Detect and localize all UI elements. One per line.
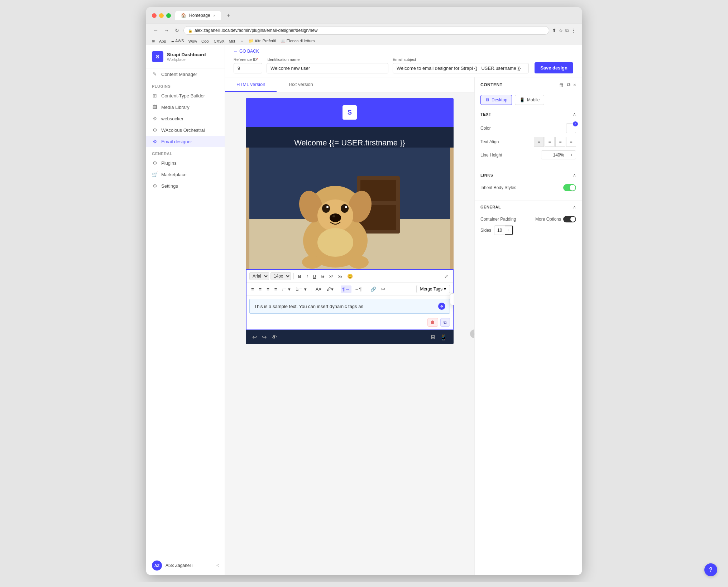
tab-desktop[interactable]: 🖥 Desktop	[480, 95, 512, 105]
tab-html-version[interactable]: HTML version	[225, 77, 277, 92]
subscript-btn[interactable]: x₂	[336, 273, 344, 280]
font-size-select[interactable]: 14px	[270, 272, 291, 280]
line-height-increase-btn[interactable]: +	[567, 151, 576, 159]
sidebar-item-wacolous[interactable]: ⚙ WAcolous Orchestral	[146, 124, 225, 136]
sides-increase-btn[interactable]: +	[505, 226, 513, 235]
text-section-header[interactable]: TEXT ∧	[475, 108, 582, 120]
new-tab-btn[interactable]: +	[227, 13, 230, 18]
general-section-header[interactable]: GENERAL ∧	[475, 201, 582, 213]
align-right-btn[interactable]: ≡	[555, 137, 565, 147]
color-clear-btn[interactable]: ×	[573, 121, 578, 126]
sidebar-item-settings[interactable]: ⚙ Settings	[146, 180, 225, 192]
bold-btn[interactable]: B	[296, 273, 303, 280]
reference-id-input[interactable]	[234, 63, 262, 73]
link-btn[interactable]: 🔗	[369, 285, 378, 293]
bookmark-icon[interactable]: ☆	[559, 28, 563, 34]
sidebar-item-email-designer[interactable]: ⚙ Email designer	[146, 136, 225, 147]
sidebar-item-content-type-builder[interactable]: ⊞ Content-Type Builder	[146, 90, 225, 101]
copy-block-btn[interactable]: ⧉	[440, 318, 450, 327]
bookmark-aws[interactable]: ☁ AWS	[171, 39, 184, 43]
merge-tags-user-item[interactable]: User › Email First Name Last Name	[450, 294, 454, 305]
align-center-btn[interactable]: ≡	[257, 285, 264, 293]
sidebar-item-marketplace[interactable]: 🛒 Marketplace	[146, 169, 225, 180]
tab-title: Homepage	[189, 13, 210, 18]
rtl-btn[interactable]: ¶→	[341, 285, 351, 293]
back-nav-btn[interactable]: ←	[152, 27, 160, 34]
delete-block-btn[interactable]: 🗑	[427, 318, 438, 327]
svg-point-24	[317, 228, 353, 257]
menu-icon[interactable]: ⋮	[571, 28, 576, 34]
inherit-body-toggle[interactable]	[563, 184, 576, 191]
help-button[interactable]: ?	[704, 563, 717, 576]
bookmark-wow[interactable]: Wow	[188, 39, 197, 43]
apps-icon[interactable]: ⊞	[152, 39, 155, 43]
font-family-select[interactable]: Arial	[249, 272, 269, 280]
sidebar-item-content-manager[interactable]: ✎ Content Manager	[146, 68, 225, 80]
share-icon[interactable]: ⬆	[552, 28, 556, 34]
sidebar-toggle-btn[interactable]: <	[216, 563, 219, 568]
superscript-btn[interactable]: x²	[327, 273, 335, 280]
url-bar[interactable]: 🔒 alex.zaganelli.localdev/admin/plugins/…	[183, 26, 549, 35]
merge-tags-btn[interactable]: Merge Tags ▾	[416, 285, 450, 293]
strikethrough-btn[interactable]: S	[319, 273, 326, 280]
desktop-view-btn[interactable]: 🖥	[429, 333, 436, 341]
extensions-icon[interactable]: ⧉	[565, 28, 569, 34]
ordered-list-btn[interactable]: 1≔ ▾	[294, 285, 308, 293]
tab-mobile[interactable]: 📱 Mobile	[515, 95, 544, 105]
fullscreen-btn[interactable]: ⤢	[442, 273, 450, 280]
tab-close-btn[interactable]: ×	[213, 13, 215, 18]
bookmark-app[interactable]: App	[159, 39, 166, 43]
text-color-btn[interactable]: A▾	[314, 285, 323, 293]
panel-copy-btn[interactable]: ⧉	[567, 82, 570, 88]
close-button[interactable]	[152, 13, 157, 18]
container-padding-toggle[interactable]	[563, 216, 576, 222]
save-design-button[interactable]: Save design	[535, 62, 573, 73]
underline-btn[interactable]: U	[311, 273, 318, 280]
line-height-label: Line Height	[480, 153, 502, 158]
align-center-btn[interactable]: ≡	[545, 137, 555, 147]
sidebar-item-media-library[interactable]: 🖼 Media Library	[146, 101, 225, 113]
tab-text-version[interactable]: Text version	[277, 77, 324, 92]
back-button[interactable]: ← GO BACK	[234, 49, 573, 54]
bookmark-cxsx[interactable]: CXSX	[214, 39, 225, 43]
undo-btn[interactable]: ↩	[252, 333, 258, 341]
mobile-label: Mobile	[527, 97, 540, 102]
reload-btn[interactable]: ↻	[173, 27, 181, 34]
minimize-button[interactable]	[159, 13, 164, 18]
email-subject-input[interactable]	[393, 63, 529, 73]
emoji-btn[interactable]: 😊	[345, 273, 355, 280]
panel-close-btn[interactable]: ×	[573, 82, 576, 88]
drag-handle[interactable]: ✥	[438, 303, 445, 310]
sidebar-footer[interactable]: AZ Al3x Zaganelli <	[146, 556, 225, 575]
bullet-list-btn[interactable]: ≔ ▾	[280, 285, 292, 293]
unlink-btn[interactable]: ✂	[379, 285, 387, 293]
color-swatch[interactable]: ×	[566, 123, 576, 133]
highlight-btn[interactable]: 🖊▾	[325, 285, 335, 293]
sidebar-item-websocker[interactable]: ⚙ websocker	[146, 113, 225, 124]
bookmark-mkt[interactable]: Mkt	[229, 39, 235, 43]
email-image	[246, 148, 454, 269]
bookmark-altri[interactable]: 📁 Altri Preferiti	[249, 39, 276, 43]
browser-tab[interactable]: 🏠 Homepage ×	[175, 11, 221, 20]
align-justify-btn[interactable]: ≡	[273, 285, 279, 293]
sidebar-item-plugins[interactable]: ⚙ Plugins	[146, 157, 225, 169]
align-left-btn[interactable]: ≡	[534, 137, 544, 147]
redo-btn[interactable]: ↪	[261, 333, 267, 341]
bookmark-cool[interactable]: Cool	[201, 39, 210, 43]
panel-delete-btn[interactable]: 🗑	[559, 82, 564, 88]
canvas-resize-handle[interactable]: ›	[470, 329, 474, 338]
preview-btn[interactable]: 👁	[271, 333, 278, 341]
bookmark-elenco[interactable]: 📖 Elenco di lettura	[281, 39, 315, 43]
maximize-button[interactable]	[166, 13, 171, 18]
links-section-header[interactable]: LINKS ∧	[475, 169, 582, 181]
align-right-btn[interactable]: ≡	[265, 285, 271, 293]
italic-btn[interactable]: I	[305, 273, 310, 280]
line-height-decrease-btn[interactable]: −	[541, 151, 550, 159]
forward-nav-btn[interactable]: →	[163, 27, 171, 34]
identification-name-input[interactable]	[267, 63, 388, 73]
canvas-wrapper[interactable]: S Welcome {{= USER.firstname }}	[225, 92, 474, 575]
align-justify-btn[interactable]: ≡	[566, 137, 576, 147]
ltr-btn[interactable]: ←¶	[353, 285, 364, 293]
align-left-btn[interactable]: ≡	[249, 285, 256, 293]
mobile-view-btn[interactable]: 📱	[439, 333, 448, 341]
